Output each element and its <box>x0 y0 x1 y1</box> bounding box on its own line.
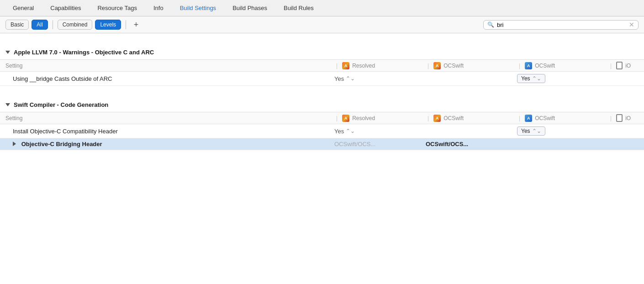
row2-value-stepper[interactable]: ⌃⌄ <box>532 128 541 134</box>
row3-setting: Objective-C Bridging Header <box>5 141 334 147</box>
all-button[interactable]: All <box>32 20 48 30</box>
xcode-icon-3: A <box>342 115 349 122</box>
search-input[interactable] <box>497 21 626 28</box>
col-ocswift1-2: | A OCSwift <box>426 115 517 122</box>
row3-val2: OCSwift/OCS... OCSwift/OCSwift-Bridging-… <box>426 141 517 147</box>
row2-stepper[interactable]: ⌃⌄ <box>346 128 355 134</box>
section1-col-headers: Setting | A Resolved | A OCSwift | A OCS… <box>0 60 644 72</box>
col-setting-2: Setting <box>5 115 334 121</box>
xcode-blue-icon-1: A <box>525 62 532 69</box>
row1-resolved: Yes ⌃⌄ <box>334 75 426 82</box>
section2-row1[interactable]: Install Objective-C Compatibility Header… <box>0 124 644 138</box>
section1-row1[interactable]: Using __bridge Casts Outside of ARC Yes … <box>0 72 644 86</box>
row3-expand-icon[interactable] <box>13 142 16 146</box>
ipad-icon-1 <box>616 62 623 69</box>
row2-setting: Install Objective-C Compatibility Header <box>5 128 334 135</box>
nav-tab-capabilities[interactable]: Capabilities <box>42 0 89 16</box>
search-clear-button[interactable]: ✕ <box>629 21 634 28</box>
col-ocswift2-2: | A OCSwift <box>517 115 608 122</box>
top-nav: General Capabilities Resource Tags Info … <box>0 0 644 16</box>
nav-tab-build-phases[interactable]: Build Phases <box>224 0 275 16</box>
basic-button[interactable]: Basic <box>5 20 29 30</box>
add-button[interactable]: + <box>131 19 142 30</box>
row3-val1: OCSwift/OCS... <box>334 141 426 147</box>
row1-setting: Using __bridge Casts Outside of ARC <box>5 75 334 82</box>
row1-stepper[interactable]: ⌃⌄ <box>346 75 355 82</box>
section-gap <box>0 86 644 92</box>
xcode-blue-icon-2: A <box>525 115 532 122</box>
col-resolved-1: | A Resolved <box>334 62 426 69</box>
xcode-icon-2: A <box>433 62 441 69</box>
popover-wrapper: OCSwift/OCS... OCSwift/OCSwift-Bridging-… <box>426 141 468 147</box>
ipad-icon-2 <box>616 114 623 122</box>
section1-collapse-icon[interactable] <box>5 51 10 54</box>
section2-collapse-icon[interactable] <box>5 103 10 106</box>
search-box: 🔍 ✕ <box>483 20 639 30</box>
row1-value-stepper[interactable]: ⌃⌄ <box>532 75 541 82</box>
nav-tab-general[interactable]: General <box>5 0 42 16</box>
xcode-icon-1: A <box>342 62 349 69</box>
section1-title: Apple LLVM 7.0 - Warnings - Objective C … <box>14 49 154 56</box>
nav-tab-build-settings[interactable]: Build Settings <box>172 0 225 16</box>
col-io-1: | iO <box>608 62 639 69</box>
nav-tab-resource-tags[interactable]: Resource Tags <box>89 0 145 16</box>
row2-col4: Yes ⌃⌄ <box>517 126 608 136</box>
col-io-2: | iO <box>608 114 639 122</box>
levels-button[interactable]: Levels <box>95 20 121 30</box>
toolbar-separator-1 <box>53 20 53 29</box>
row1-col4: Yes ⌃⌄ <box>517 74 608 83</box>
nav-tab-build-rules[interactable]: Build Rules <box>275 0 322 16</box>
col-ocswift2-1: | A OCSwift <box>517 62 608 69</box>
xcode-icon-4: A <box>433 115 441 122</box>
section2-title: Swift Compiler - Code Generation <box>14 101 108 108</box>
search-icon: 🔍 <box>487 21 494 28</box>
col-resolved-2: | A Resolved <box>334 115 426 122</box>
col-setting-1: Setting <box>5 63 334 69</box>
section2-row2[interactable]: Objective-C Bridging Header OCSwift/OCS.… <box>0 138 644 150</box>
toolbar: Basic All Combined Levels + 🔍 ✕ <box>0 16 644 33</box>
row2-value-box[interactable]: Yes ⌃⌄ <box>517 126 545 136</box>
combined-button[interactable]: Combined <box>58 20 93 30</box>
col-ocswift1-1: | A OCSwift <box>426 62 517 69</box>
section2-header[interactable]: Swift Compiler - Code Generation <box>0 98 644 112</box>
row2-resolved: Yes ⌃⌄ <box>334 128 426 135</box>
section1-header[interactable]: Apple LLVM 7.0 - Warnings - Objective C … <box>0 45 644 60</box>
section2-col-headers: Setting | A Resolved | A OCSwift | A OCS… <box>0 112 644 124</box>
toolbar-separator-2 <box>126 20 126 29</box>
top-gap <box>0 33 644 40</box>
main-content: Apple LLVM 7.0 - Warnings - Objective C … <box>0 33 644 150</box>
nav-tab-info[interactable]: Info <box>145 0 172 16</box>
row1-value-box[interactable]: Yes ⌃⌄ <box>517 74 545 83</box>
